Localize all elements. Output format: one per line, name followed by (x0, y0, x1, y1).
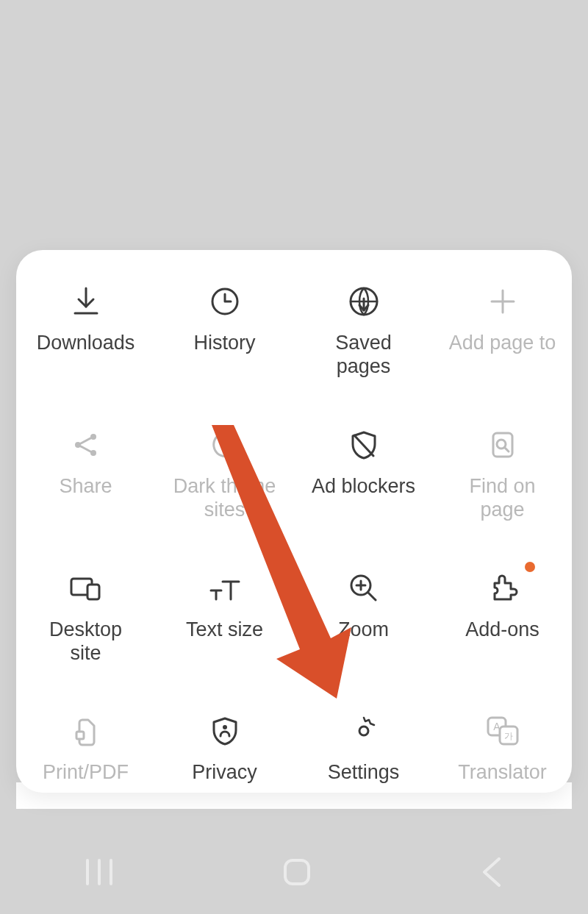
menu-item-history[interactable]: History (155, 279, 294, 379)
zoom-icon (342, 566, 386, 610)
menu-item-add-page-to: Add page to (433, 279, 572, 379)
menu-label: Ad blockers (312, 474, 415, 498)
svg-rect-17 (87, 585, 99, 599)
menu-label: Dark theme sites (173, 474, 276, 522)
svg-text:가: 가 (504, 731, 513, 741)
notification-dot-icon (525, 562, 535, 572)
menu-item-privacy[interactable]: Privacy (155, 709, 294, 784)
svg-line-19 (368, 593, 376, 600)
menu-item-print-pdf: Print/PDF (16, 709, 155, 784)
menu-label: Saved pages (335, 331, 392, 379)
plus-icon (481, 279, 525, 324)
menu-label: Settings (328, 760, 400, 784)
menu-item-settings[interactable]: Settings (294, 709, 433, 784)
addons-icon (481, 566, 525, 610)
shield-blocked-icon (342, 423, 386, 467)
svg-line-15 (505, 448, 509, 451)
menu-label: Find on page (469, 474, 535, 522)
menu-item-share: Share (16, 423, 155, 522)
history-icon (203, 279, 247, 324)
svg-point-24 (359, 726, 368, 735)
menu-item-desktop-site[interactable]: Desktop site (16, 566, 155, 665)
menu-label: Translator (458, 760, 547, 784)
menu-item-add-ons[interactable]: Add-ons (433, 566, 572, 665)
text-size-icon (203, 566, 247, 610)
menu-label: Privacy (192, 760, 257, 784)
translator-icon: A 가 (481, 709, 525, 753)
print-pdf-icon (64, 709, 108, 753)
moon-icon (203, 423, 247, 467)
menu-label: Add page to (449, 331, 556, 354)
menu-label: Share (59, 474, 112, 498)
menu-label: History (193, 331, 255, 354)
menu-label: Desktop site (49, 618, 122, 665)
menu-label: Add-ons (465, 618, 539, 641)
nav-home-button[interactable] (279, 854, 315, 893)
svg-line-11 (81, 446, 90, 451)
desktop-icon (64, 566, 108, 610)
menu-label: Downloads (37, 331, 135, 354)
menu-label: Zoom (338, 618, 389, 641)
browser-menu-panel: Downloads History Saved pages (16, 250, 572, 793)
menu-grid: Downloads History Saved pages (16, 279, 572, 785)
svg-rect-22 (76, 732, 84, 739)
menu-item-text-size[interactable]: Text size (155, 566, 294, 665)
svg-point-23 (223, 725, 227, 729)
svg-rect-33 (285, 860, 309, 884)
settings-icon (342, 709, 386, 753)
menu-item-saved-pages[interactable]: Saved pages (294, 279, 433, 379)
nav-back-button[interactable] (477, 854, 506, 893)
menu-label: Print/PDF (43, 760, 129, 784)
privacy-icon (203, 709, 247, 753)
find-on-page-icon (481, 423, 525, 467)
svg-line-12 (354, 435, 373, 456)
share-icon (64, 423, 108, 467)
svg-line-10 (81, 438, 90, 443)
menu-item-translator: A 가 Translator (433, 709, 572, 784)
saved-pages-icon (342, 279, 386, 324)
download-icon (64, 279, 108, 324)
menu-item-downloads[interactable]: Downloads (16, 279, 155, 379)
menu-item-zoom[interactable]: Zoom (294, 566, 433, 665)
menu-item-dark-theme-sites: Dark theme sites (155, 423, 294, 522)
menu-item-find-on-page: Find on page (433, 423, 572, 522)
menu-item-ad-blockers[interactable]: Ad blockers (294, 423, 433, 522)
nav-recents-button[interactable] (82, 857, 117, 890)
system-nav-bar (0, 833, 588, 914)
menu-label: Text size (186, 618, 263, 641)
